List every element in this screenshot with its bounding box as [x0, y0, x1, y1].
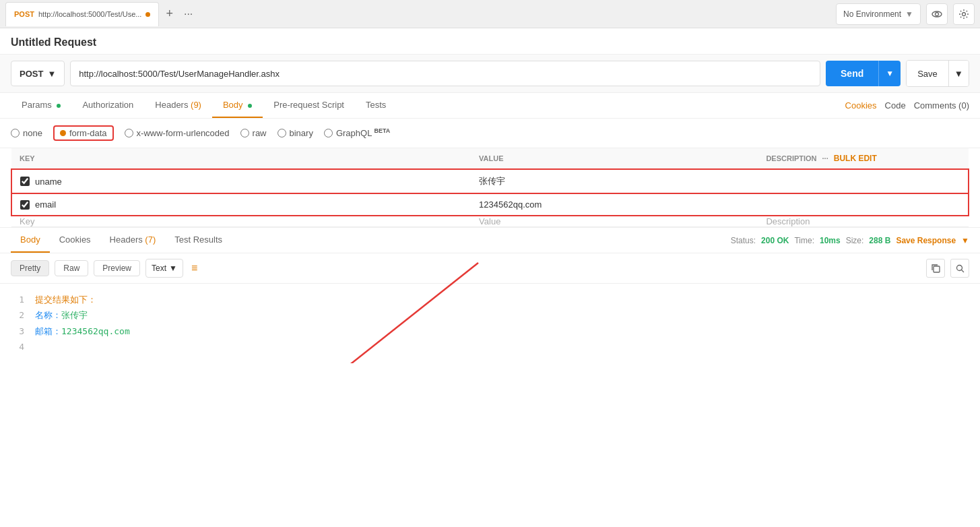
row2-checkbox[interactable]	[20, 200, 30, 210]
bulk-edit-button[interactable]: Bulk Edit	[834, 154, 877, 163]
environment-selector[interactable]: No Environment ▼	[836, 3, 921, 25]
radio-form-data[interactable]: form-data	[60, 128, 107, 138]
send-dropdown-button[interactable]: ▼	[878, 61, 901, 86]
value-header: VALUE	[471, 148, 758, 169]
svg-point-2	[962, 12, 966, 16]
save-button[interactable]: Save	[907, 61, 948, 86]
method-label: POST	[20, 69, 43, 79]
search-icon	[956, 264, 965, 273]
empty-value-placeholder: Value	[471, 211, 509, 232]
tab-authorization[interactable]: Authorization	[71, 93, 144, 118]
resp-tab-cookies-label: Cookies	[59, 235, 91, 245]
format-selector[interactable]: Text ▼	[145, 259, 183, 278]
radio-binary[interactable]: binary	[277, 128, 313, 138]
method-selector[interactable]: POST ▼	[11, 61, 65, 86]
save-response-button[interactable]: Save Response	[896, 236, 956, 245]
settings-icon-button[interactable]	[953, 3, 975, 25]
radio-x-www[interactable]: x-www-form-urlencoded	[125, 128, 230, 138]
tab-method-badge: POST	[14, 10, 34, 18]
resp-tab-body-label: Body	[20, 235, 40, 245]
gear-icon	[958, 9, 969, 20]
tab-tests[interactable]: Tests	[355, 93, 397, 118]
copy-icon-button[interactable]	[926, 259, 945, 278]
add-tab-button[interactable]: +	[162, 7, 177, 21]
radio-none[interactable]: none	[11, 128, 42, 138]
format-chevron: ▼	[169, 264, 177, 273]
view-pretty-button[interactable]: Pretty	[11, 260, 49, 276]
more-tabs-button[interactable]: ···	[180, 8, 197, 20]
save-button-group: Save ▼	[906, 60, 969, 87]
filter-icon[interactable]: ≡	[191, 262, 197, 274]
response-body-toolbar: Pretty Raw Preview Text ▼ ≡	[0, 253, 980, 284]
form-data-dot	[60, 130, 66, 136]
kv-table-wrapper: KEY VALUE DESCRIPTION ··· Bulk Edit	[0, 148, 980, 227]
env-chevron: ▼	[905, 9, 913, 19]
method-chevron: ▼	[47, 69, 56, 79]
value-cell: 1234562qq.com	[471, 193, 758, 216]
send-button-group: Send ▼	[826, 61, 901, 86]
row2-value: 1234562qq.com	[479, 199, 542, 210]
env-label: No Environment	[843, 9, 901, 19]
save-dropdown-button[interactable]: ▼	[948, 61, 969, 86]
key-cell: email	[11, 193, 471, 216]
code-line-1: 1 提交结果如下：	[11, 292, 969, 307]
size-value: 288 B	[869, 236, 890, 245]
eye-icon-button[interactable]	[926, 3, 948, 25]
tab-params[interactable]: Params	[11, 93, 71, 118]
table-row: uname 张传宇	[11, 169, 969, 193]
row2-key: email	[30, 199, 56, 210]
resp-tab-test-label: Test Results	[174, 235, 222, 245]
comments-link[interactable]: Comments (0)	[914, 100, 969, 111]
tab-body-label: Body	[223, 100, 243, 110]
resp-tab-headers[interactable]: Headers (7)	[100, 228, 166, 253]
url-bar: POST ▼ Send ▼ Save ▼	[0, 54, 980, 93]
resp-tab-cookies[interactable]: Cookies	[50, 228, 100, 253]
tab-authorization-label: Authorization	[82, 100, 133, 110]
send-button[interactable]: Send	[826, 61, 878, 86]
tab-url: http://localhost:5000/Test/Use...	[38, 10, 141, 18]
resp-tab-test-results[interactable]: Test Results	[165, 228, 232, 253]
more-options-button[interactable]: ···	[822, 154, 828, 162]
cookies-link[interactable]: Cookies	[845, 100, 877, 111]
eye-icon	[932, 9, 942, 20]
line1-text: 提交结果如下：	[35, 292, 96, 307]
search-icon-button[interactable]	[950, 259, 969, 278]
resp-tab-body[interactable]: Body	[11, 228, 50, 253]
tab-dot	[145, 12, 150, 17]
desc-header: DESCRIPTION ··· Bulk Edit	[758, 148, 969, 169]
key-header: KEY	[11, 148, 471, 169]
tab-headers-label: Headers (9)	[155, 100, 201, 110]
params-dot	[57, 104, 61, 108]
view-preview-button[interactable]: Preview	[94, 260, 140, 276]
empty-row: Key Value Description	[11, 216, 969, 227]
tab-body[interactable]: Body	[212, 93, 263, 118]
response-section: Body Cookies Headers (7) Test Results St…	[0, 227, 980, 363]
svg-point-1	[936, 12, 939, 16]
desc-cell	[758, 169, 969, 193]
key-cell: uname	[11, 169, 471, 193]
code-line-2: 2 名称：张传宇	[11, 307, 969, 323]
save-response-arrow[interactable]: ▼	[961, 236, 969, 245]
view-raw-button[interactable]: Raw	[55, 260, 88, 276]
line2-value: 张传宇	[61, 310, 88, 320]
status-value: 200 OK	[761, 236, 789, 245]
radio-graphql[interactable]: GraphQL BETA	[324, 127, 390, 138]
request-title: Untitled Request	[0, 28, 980, 54]
tab-params-label: Params	[22, 100, 52, 110]
line3-label: 邮箱：	[35, 326, 61, 336]
row1-checkbox[interactable]	[20, 177, 30, 186]
tab-tests-label: Tests	[366, 100, 386, 110]
status-bar: Status: 200 OK Time: 10ms Size: 288 B Sa…	[731, 236, 969, 245]
request-tab[interactable]: POST http://localhost:5000/Test/Use...	[5, 2, 159, 26]
tab-headers[interactable]: Headers (9)	[144, 93, 212, 118]
time-value: 10ms	[820, 236, 841, 245]
code-link[interactable]: Code	[885, 100, 906, 111]
svg-rect-3	[934, 266, 940, 272]
url-input[interactable]	[70, 61, 820, 86]
copy-icon	[932, 264, 940, 273]
response-code-area: 1 提交结果如下： 2 名称：张传宇 3 邮箱：1234562qq.com 4	[0, 284, 980, 363]
tab-pre-request-label: Pre-request Script	[273, 100, 344, 110]
tab-pre-request[interactable]: Pre-request Script	[263, 93, 355, 118]
kv-table: KEY VALUE DESCRIPTION ··· Bulk Edit	[11, 148, 969, 227]
radio-raw[interactable]: raw	[240, 128, 267, 138]
